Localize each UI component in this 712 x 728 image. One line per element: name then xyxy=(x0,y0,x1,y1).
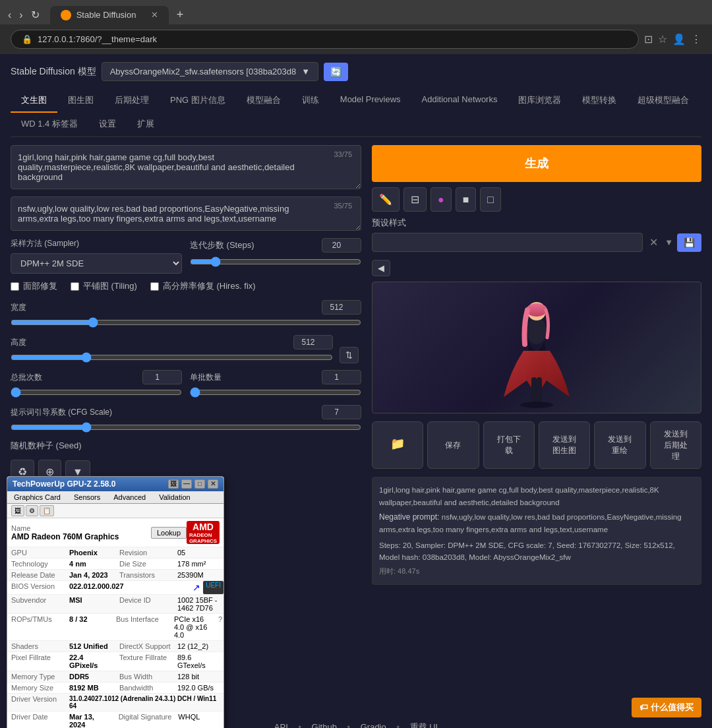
face-restore-input[interactable] xyxy=(11,282,19,291)
generate-button[interactable]: 生成 xyxy=(372,145,701,182)
menu-button[interactable]: ⋮ xyxy=(691,33,701,46)
image-info-section: 1girl,long hair,pink hair,game game cg,f… xyxy=(372,477,701,585)
gpuz-lookup-button[interactable]: Lookup xyxy=(151,527,187,539)
gpuz-toolbar-btn2[interactable]: ⚙ xyxy=(26,505,38,516)
negative-prompt-input[interactable]: nsfw,ugly,low quality,low res,bad bad pr… xyxy=(11,197,361,231)
tab-train[interactable]: 训练 xyxy=(291,89,330,113)
hires-fix-checkbox[interactable]: 高分辨率修复 (Hires. fix) xyxy=(150,280,256,292)
tab-super-merge[interactable]: 超级模型融合 xyxy=(627,89,699,113)
footer-github-link[interactable]: Github xyxy=(312,722,337,728)
folder-icon: 📁 xyxy=(376,436,419,452)
panel-arrow-button[interactable]: ◀ xyxy=(372,260,390,276)
tab-model-convert[interactable]: 模型转换 xyxy=(572,89,627,113)
gpuz-toolbar-btn1[interactable]: 🖼 xyxy=(11,505,24,516)
gpuz-menu-validation[interactable]: Validation xyxy=(152,491,197,503)
reload-button[interactable]: ↻ xyxy=(28,6,42,24)
gpuz-maximize-button[interactable]: □ xyxy=(194,479,205,489)
steps-input[interactable] xyxy=(322,238,361,253)
batch-count-input[interactable] xyxy=(142,370,182,384)
gpuz-revision-label: Revision xyxy=(115,547,175,558)
height-slider[interactable] xyxy=(11,352,333,363)
gpuz-driver-row: Driver Version 31.0.24027.1012 (Adrenali… xyxy=(7,694,223,712)
svg-point-0 xyxy=(527,318,547,344)
new-tab-button[interactable]: + xyxy=(171,5,189,24)
tab-settings[interactable]: 设置 xyxy=(88,113,127,136)
model-refresh-button[interactable]: 🔄 xyxy=(324,63,348,81)
tiling-input[interactable] xyxy=(71,282,79,291)
tab-merge[interactable]: 模型融合 xyxy=(236,89,291,113)
tab-extensions[interactable]: 扩展 xyxy=(127,113,165,136)
model-dropdown[interactable]: AbyssOrangeMix2_sfw.safetensors [038ba20… xyxy=(102,62,318,81)
width-slider[interactable] xyxy=(11,317,361,328)
download-zip-button[interactable]: 打包下载 xyxy=(483,421,535,469)
hires-fix-input[interactable] xyxy=(150,282,159,291)
height-input[interactable] xyxy=(293,335,333,349)
gpuz-rops-row: ROPs/TMUs 8 / 32 Bus Interface PCIe x16 … xyxy=(7,614,223,641)
height-swap-row: 高度 ⇅ xyxy=(11,335,361,365)
face-restore-checkbox[interactable]: 面部修复 xyxy=(11,280,57,292)
positive-prompt-input[interactable]: 1girl,long hair,pink hair,game game cg,f… xyxy=(11,145,361,189)
active-tab[interactable]: Stable Diffusion ✕ xyxy=(50,6,169,24)
send-to-inpaint-button[interactable]: 发送到重绘 xyxy=(594,421,645,469)
tab-wd-tagger[interactable]: WD 1.4 标签器 xyxy=(11,113,88,136)
cfg-scale-slider[interactable] xyxy=(11,422,361,433)
gpuz-gpu-label: GPU xyxy=(7,547,67,558)
gpuz-menu-graphics-card[interactable]: Graphics Card xyxy=(7,491,67,503)
cfg-scale-input[interactable] xyxy=(322,405,361,419)
tab-gallery[interactable]: 图库浏览器 xyxy=(508,89,572,113)
tab-model-previews[interactable]: Model Previews xyxy=(330,89,411,113)
gpuz-close-button[interactable]: ✕ xyxy=(208,479,218,489)
footer-gradio-link[interactable]: Gradio xyxy=(361,722,386,728)
width-input[interactable] xyxy=(322,300,361,315)
send-to-img2img-button[interactable]: 发送到图生图 xyxy=(539,421,590,469)
trash-button[interactable]: ⊟ xyxy=(403,187,427,212)
gpuz-minimize-button[interactable]: — xyxy=(181,479,192,489)
palette-button[interactable]: ● xyxy=(430,187,452,212)
image-negative-row: Negative prompt: nsfw,ugly,low quality,l… xyxy=(379,511,694,536)
back-button[interactable]: ‹ xyxy=(5,7,14,24)
gpuz-help-icon[interactable]: ? xyxy=(217,614,223,640)
profile-button[interactable]: 👤 xyxy=(672,33,686,46)
gpuz-transistors-label: Transistors xyxy=(115,570,175,580)
gpuz-toolbar-btn3[interactable]: 📋 xyxy=(40,505,54,516)
preset-input[interactable] xyxy=(372,233,643,252)
tab-additional-networks[interactable]: Additional Networks xyxy=(411,89,508,113)
character-svg xyxy=(490,285,583,410)
dark-button[interactable]: ■ xyxy=(456,187,477,212)
gpuz-release-label: Release Date xyxy=(7,570,67,580)
gpuz-directx-value: 12 (12_2) xyxy=(175,641,223,652)
gpuz-pixel-value: 22.4 GPixel/s xyxy=(67,652,115,671)
preset-clear-button[interactable]: ✕ xyxy=(647,233,661,251)
batch-count-slider[interactable] xyxy=(11,387,182,398)
light-button[interactable]: □ xyxy=(480,187,501,212)
tab-extras[interactable]: 后期处理 xyxy=(104,89,160,113)
preset-save-button[interactable]: 💾 xyxy=(677,233,701,252)
gpuz-menu-advanced[interactable]: Advanced xyxy=(107,491,152,503)
gpuz-bus-label: Bus Interface xyxy=(112,614,171,640)
swap-dimensions-button[interactable]: ⇅ xyxy=(340,347,359,363)
tiling-checkbox[interactable]: 平铺图 (Tiling) xyxy=(71,280,137,292)
bookmark-button[interactable]: ☆ xyxy=(658,33,667,46)
batch-size-input[interactable] xyxy=(322,370,361,384)
gpuz-share-icon[interactable]: ↗ xyxy=(190,581,203,594)
gpuz-icon1-button[interactable]: 🖼 xyxy=(168,479,179,489)
steps-slider[interactable] xyxy=(190,257,361,267)
gpuz-menu-sensors[interactable]: Sensors xyxy=(67,491,107,503)
batch-size-slider[interactable] xyxy=(190,387,361,398)
footer-reload-link[interactable]: 重载 UI xyxy=(410,722,438,728)
save-button[interactable]: 保存 xyxy=(427,421,479,469)
hires-fix-label: 高分辨率修复 (Hires. fix) xyxy=(163,280,256,292)
send-to-extras-button[interactable]: 发送到后期处理 xyxy=(650,421,701,469)
tab-img2img[interactable]: 图生图 xyxy=(57,89,104,113)
footer-api-link[interactable]: API xyxy=(274,722,288,728)
sampler-select[interactable]: DPM++ 2M SDE xyxy=(11,253,182,274)
screen-cast-button[interactable]: ⊡ xyxy=(644,33,653,46)
url-field[interactable]: 🔒 127.0.0.1:7860/?__theme=dark xyxy=(11,30,639,49)
image-params-text: Steps: 20, Sampler: DPM++ 2M SDE, CFG sc… xyxy=(379,539,694,564)
tab-png-info[interactable]: PNG 图片信息 xyxy=(160,89,236,113)
open-folder-button[interactable]: 📁 xyxy=(372,421,423,469)
tab-close-button[interactable]: ✕ xyxy=(151,10,158,20)
forward-button[interactable]: › xyxy=(16,7,25,24)
pencil-button[interactable]: ✏️ xyxy=(372,187,400,212)
tab-txt2img[interactable]: 文生图 xyxy=(11,89,57,113)
